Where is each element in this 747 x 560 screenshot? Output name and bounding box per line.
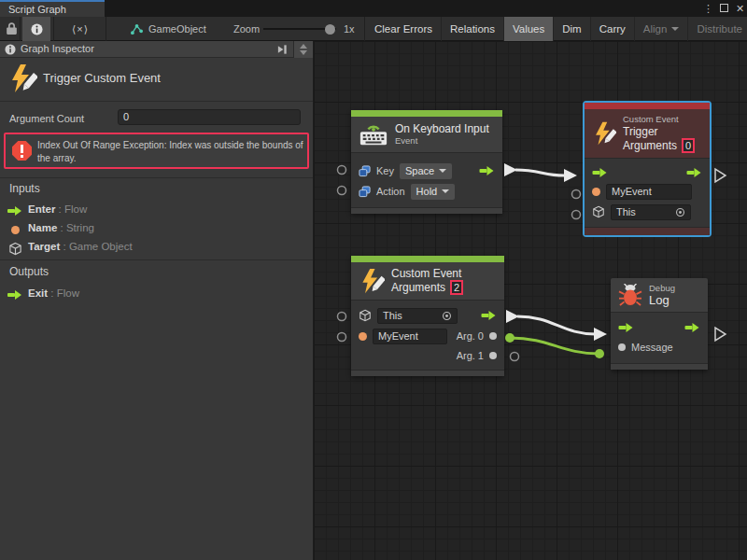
flow-output-port[interactable]: [686, 167, 702, 178]
clear-errors-button[interactable]: Clear Errors: [366, 17, 442, 41]
graph-toolbar: ⟨×⟩ GameObject Zoom 1x Clear Errors Rela…: [0, 17, 747, 41]
input-action-icon: [359, 186, 371, 198]
relations-button[interactable]: Relations: [442, 17, 504, 41]
code-view-icon[interactable]: ⟨×⟩: [62, 17, 99, 41]
window-menu-icon[interactable]: ⋮: [703, 1, 713, 16]
flow-output-port[interactable]: [479, 165, 495, 176]
node-trigger-custom-event[interactable]: Custom Event Trigger Arguments 0: [585, 103, 710, 235]
inspector-header[interactable]: Graph Inspector: [0, 41, 313, 58]
event-name-field[interactable]: MyEvent: [606, 184, 692, 200]
node-colorbar: [351, 256, 504, 262]
port-target-label: TargetGame Object: [28, 241, 133, 252]
cube-icon[interactable]: [359, 309, 372, 322]
node-custom-event[interactable]: Custom Event Arguments 2 This: [351, 256, 504, 376]
node-title: Log: [649, 294, 675, 307]
inspector-spinner[interactable]: [293, 41, 313, 58]
string-port-icon: [7, 223, 22, 236]
action-dropdown[interactable]: Hold: [411, 184, 456, 200]
flow-output-port[interactable]: [684, 322, 700, 333]
cube-icon: [7, 242, 22, 255]
maximize-icon[interactable]: [720, 4, 728, 12]
key-dropdown[interactable]: Space: [400, 163, 452, 179]
node-debug-log[interactable]: Debug Log Message: [611, 278, 708, 370]
inspector-title: Graph Inspector: [21, 43, 94, 54]
port-name: Exit: [28, 287, 48, 299]
align-button[interactable]: Align: [635, 17, 689, 41]
port-type: Flow: [48, 287, 79, 299]
arg1-port[interactable]: [489, 352, 497, 359]
arguments-count-badge: 0: [682, 138, 695, 153]
inspector-toggle-button[interactable]: [22, 17, 50, 41]
node-footer: [611, 363, 708, 370]
dock-panel-icon[interactable]: [276, 44, 289, 55]
outputs-header: Outputs: [9, 265, 49, 278]
event-name-field[interactable]: MyEvent: [373, 329, 447, 344]
object-picker-icon[interactable]: [675, 207, 685, 217]
string-port-icon[interactable]: [359, 332, 367, 341]
port-row-name: NameString: [0, 220, 313, 239]
node-subtitle: Event: [395, 135, 489, 147]
lock-icon[interactable]: [6, 21, 18, 35]
action-value: Hold: [416, 186, 438, 197]
port-name: Enter: [28, 203, 55, 215]
object-picker-icon[interactable]: [442, 311, 452, 321]
port-row-exit: ExitFlow: [0, 286, 313, 304]
input-action-icon: [359, 165, 371, 177]
custom-event-icon: [7, 63, 37, 93]
custom-event-icon: [592, 121, 616, 146]
node-colorbar: [351, 110, 502, 117]
node-colorbar: [585, 103, 710, 109]
argument-count-input[interactable]: 0: [118, 109, 301, 125]
flow-output-port[interactable]: [481, 310, 497, 321]
arg0-port[interactable]: [489, 332, 497, 340]
window-tab-bar: Script Graph ⋮ ✕: [0, 0, 747, 17]
port-exit-label: ExitFlow: [28, 287, 79, 299]
arguments-label: Arguments: [391, 281, 445, 294]
inspector-node-title: Trigger Custom Event: [43, 71, 161, 85]
distribute-button[interactable]: Distribute: [688, 17, 747, 41]
target-field[interactable]: This: [377, 308, 458, 324]
key-label: Key: [376, 165, 394, 176]
flow-input-port[interactable]: [592, 167, 608, 178]
zoom-label: Zoom: [233, 23, 260, 35]
close-icon[interactable]: ✕: [736, 1, 744, 16]
string-port-icon[interactable]: [592, 188, 600, 196]
node-footer: [351, 207, 502, 214]
chevron-down-icon: [442, 189, 449, 193]
node-on-keyboard-input[interactable]: On Keyboard Input Event Key Space: [351, 110, 502, 214]
cube-icon[interactable]: [592, 205, 605, 218]
zoom-slider-handle[interactable]: [325, 24, 335, 35]
node-footer: [351, 370, 504, 376]
arguments-count-badge: 2: [450, 280, 463, 295]
port-type: Flow: [55, 203, 87, 215]
info-icon: [31, 23, 43, 35]
carry-button[interactable]: Carry: [591, 17, 635, 41]
target-field[interactable]: This: [611, 204, 691, 220]
message-port[interactable]: [618, 343, 626, 351]
gameobject-icon: [130, 23, 144, 35]
spinner-up-icon[interactable]: [300, 44, 307, 49]
arg1-label: Arg. 1: [457, 350, 484, 361]
spinner-down-icon[interactable]: [300, 50, 307, 55]
node-footer: [585, 227, 710, 235]
error-message-box: Index Out Of Range Exception: Index was …: [4, 133, 309, 169]
port-type: Game Object: [60, 241, 132, 252]
argument-count-label: Argument Count: [9, 113, 84, 124]
align-label: Align: [643, 17, 668, 41]
node-caption: Custom Event: [623, 114, 695, 125]
node-title: Custom Event: [391, 267, 463, 280]
keyboard-icon: [359, 121, 388, 147]
port-name: Target: [28, 241, 60, 252]
port-name: Name: [28, 222, 57, 233]
flow-input-port[interactable]: [618, 322, 634, 333]
port-enter-label: EnterFlow: [28, 203, 87, 215]
target-value: This: [383, 309, 402, 323]
port-row-enter: EnterFlow: [0, 202, 313, 220]
error-icon: [12, 141, 32, 161]
tab-script-graph[interactable]: Script Graph: [0, 0, 105, 17]
dim-button[interactable]: Dim: [554, 17, 590, 41]
port-name-label: NameString: [28, 222, 94, 233]
values-button[interactable]: Values: [504, 17, 554, 41]
chevron-down-icon: [671, 27, 679, 31]
target-value: This: [616, 205, 636, 219]
